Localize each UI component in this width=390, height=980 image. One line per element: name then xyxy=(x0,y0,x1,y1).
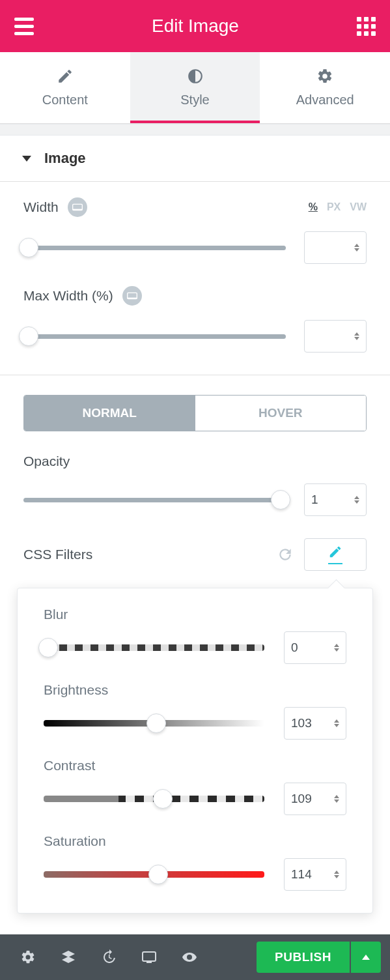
max-width-slider[interactable] xyxy=(23,328,286,344)
opacity-slider[interactable] xyxy=(23,492,286,508)
filter-contrast: Contrast 109 xyxy=(44,758,346,815)
section-gap xyxy=(0,124,390,136)
filter-blur: Blur 0 xyxy=(44,607,346,664)
control-css-filters: CSS Filters xyxy=(23,538,367,571)
stepper-icon[interactable] xyxy=(334,795,339,803)
editor-header: Edit Image xyxy=(0,0,390,52)
responsive-icon[interactable] xyxy=(68,197,87,217)
blur-input[interactable]: 0 xyxy=(284,631,346,664)
style-panel: Width % PX VW Max Width (%) xyxy=(0,182,390,934)
footer-preview-icon[interactable] xyxy=(171,942,208,972)
caret-up-icon xyxy=(362,955,370,960)
section-image-toggle[interactable]: Image xyxy=(0,136,390,182)
unit-px[interactable]: PX xyxy=(327,201,341,213)
control-max-width: Max Width (%) xyxy=(23,286,367,353)
blur-value: 0 xyxy=(291,641,298,655)
width-label: Width xyxy=(23,199,59,215)
stepper-icon[interactable] xyxy=(334,871,339,878)
responsive-icon[interactable] xyxy=(122,286,142,306)
control-opacity: Opacity 1 xyxy=(23,454,367,516)
control-width: Width % PX VW xyxy=(23,197,367,264)
edit-filters-button[interactable] xyxy=(304,538,367,571)
gear-icon xyxy=(316,68,333,85)
width-input[interactable] xyxy=(304,231,367,264)
brightness-input[interactable]: 103 xyxy=(284,707,346,740)
hamburger-menu-icon[interactable] xyxy=(14,18,34,35)
edit-pencil-icon xyxy=(328,545,342,564)
editor-tabs: Content Style Advanced xyxy=(0,52,390,124)
max-width-label: Max Width (%) xyxy=(23,288,113,304)
tab-style[interactable]: Style xyxy=(130,52,260,123)
contrast-input[interactable]: 109 xyxy=(284,783,346,815)
opacity-input[interactable]: 1 xyxy=(304,483,367,516)
segment-hover[interactable]: HOVER xyxy=(195,396,367,431)
footer-settings-icon[interactable] xyxy=(9,942,47,972)
filter-brightness: Brightness 103 xyxy=(44,682,346,740)
editor-footer: PUBLISH xyxy=(0,934,390,980)
header-title: Edit Image xyxy=(152,16,239,36)
tab-advanced-label: Advanced xyxy=(296,93,354,108)
saturation-value: 114 xyxy=(291,867,312,882)
css-filters-label: CSS Filters xyxy=(23,547,92,562)
opacity-label: Opacity xyxy=(23,454,70,469)
width-slider[interactable] xyxy=(23,240,286,255)
contrast-slider[interactable] xyxy=(44,791,264,807)
state-segmented: NORMAL HOVER xyxy=(23,395,367,431)
saturation-input[interactable]: 114 xyxy=(284,858,346,891)
opacity-value: 1 xyxy=(311,493,318,507)
max-width-input[interactable] xyxy=(304,320,367,353)
filter-saturation: Saturation 114 xyxy=(44,833,346,891)
contrast-icon xyxy=(187,68,204,85)
stepper-icon[interactable] xyxy=(354,332,359,340)
publish-button[interactable]: PUBLISH xyxy=(257,942,350,973)
stepper-icon[interactable] xyxy=(354,244,359,252)
svg-rect-1 xyxy=(72,209,82,210)
tab-advanced[interactable]: Advanced xyxy=(260,52,390,123)
section-image-title: Image xyxy=(44,150,86,167)
tab-content-label: Content xyxy=(42,93,88,108)
svg-rect-4 xyxy=(143,952,156,961)
apps-grid-icon[interactable] xyxy=(357,17,376,36)
stepper-icon[interactable] xyxy=(334,719,339,727)
tab-style-label: Style xyxy=(180,93,209,108)
footer-navigator-icon[interactable] xyxy=(49,942,87,972)
blur-slider[interactable] xyxy=(44,640,264,656)
footer-responsive-icon[interactable] xyxy=(130,942,168,972)
stepper-icon[interactable] xyxy=(334,644,339,652)
publish-group: PUBLISH xyxy=(257,942,381,973)
css-filters-popover: Blur 0 Brightness 10 xyxy=(17,588,373,914)
saturation-slider[interactable] xyxy=(44,867,264,882)
brightness-value: 103 xyxy=(291,716,312,730)
unit-vw[interactable]: VW xyxy=(350,201,367,213)
blur-label: Blur xyxy=(44,607,346,622)
svg-rect-3 xyxy=(127,298,137,299)
chevron-down-icon xyxy=(22,156,31,162)
stepper-icon[interactable] xyxy=(354,496,359,504)
saturation-label: Saturation xyxy=(44,833,346,849)
reset-icon[interactable] xyxy=(277,546,294,563)
segment-normal[interactable]: NORMAL xyxy=(24,396,195,431)
contrast-value: 109 xyxy=(291,792,312,806)
publish-dropdown[interactable] xyxy=(351,942,381,973)
brightness-label: Brightness xyxy=(44,682,346,698)
tab-content[interactable]: Content xyxy=(0,52,130,123)
width-unit-switch: % PX VW xyxy=(309,201,367,213)
brightness-slider[interactable] xyxy=(44,715,264,731)
unit-percent[interactable]: % xyxy=(309,201,318,213)
footer-history-icon[interactable] xyxy=(90,942,128,972)
pencil-icon xyxy=(57,68,74,85)
contrast-label: Contrast xyxy=(44,758,346,773)
svg-rect-5 xyxy=(146,962,152,963)
